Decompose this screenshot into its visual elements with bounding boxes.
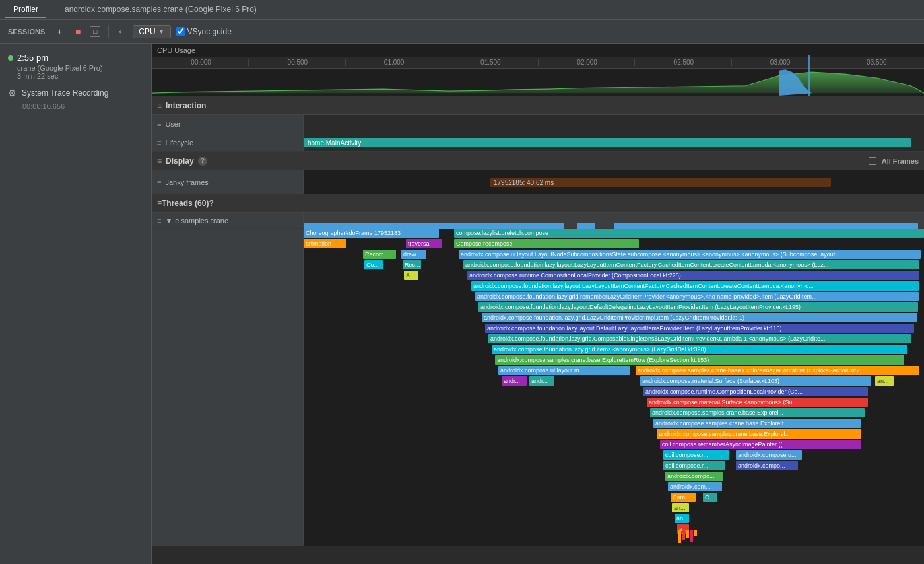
cpu-usage-label: CPU Usage [157, 46, 195, 54]
vsync-checkbox[interactable] [176, 27, 185, 36]
threads-info-icon[interactable]: ? [209, 199, 213, 208]
flame-compose-u[interactable]: androidx.compose.u... [736, 450, 802, 460]
tick-0: 00.000 [152, 59, 248, 66]
display-menu-icon[interactable]: ≡ [157, 157, 162, 166]
lifecycle-bar[interactable]: home.MainActivity [304, 138, 911, 147]
flame-tiny-bar2 [682, 530, 685, 540]
user-track-row: ≡ User [152, 115, 924, 133]
cpu-label: CPU [139, 27, 155, 36]
janky-menu-icon[interactable]: ≡ [157, 178, 161, 186]
lifecycle-menu-icon[interactable]: ≡ [157, 139, 161, 147]
flame-exploreitemrow[interactable]: androidx.compose.samples.crane.base.Expl… [495, 355, 904, 365]
trace-recording-item[interactable]: ⚙ System Trace Recording [0, 84, 151, 102]
sections-area[interactable]: ≡ Interaction ≡ User ≡ Lifecycle [152, 96, 924, 564]
flame-compositionlocal[interactable]: androidx.compose.runtime.CompositionLoca… [467, 271, 919, 280]
flame-an1[interactable]: an... [672, 503, 689, 512]
display-info-icon[interactable]: ? [198, 157, 207, 166]
flame-composablesingletons[interactable]: androidx.compose.foundation.lazy.grid.Co… [488, 334, 911, 343]
thread-menu-icon[interactable]: ≡ [157, 217, 161, 225]
flame-a[interactable]: A... [404, 271, 418, 280]
flame-draw[interactable]: draw [401, 250, 426, 259]
trace-label: System Trace Recording [22, 88, 108, 98]
flame-compositionlocal2[interactable]: androidx.compose.runtime.CompositionLoca… [644, 387, 868, 396]
expand-thread-icon[interactable]: ▼ [165, 217, 172, 225]
tab-profiler[interactable]: Profiler [5, 2, 46, 18]
flame-lazylayout-factory[interactable]: androidx.compose.foundation.lazy.layout.… [463, 260, 919, 269]
flame-recom[interactable]: Recom... [363, 250, 396, 259]
flame-compose-com[interactable]: androidx.com... [668, 482, 722, 491]
janky-bar[interactable]: 17952185: 40.62 ms [490, 178, 831, 187]
session-device: crane (Google Pixel 6 Pro) [8, 64, 143, 72]
lifecycle-track-label: ≡ Lifecycle [152, 133, 304, 151]
flame-compose-compo2[interactable]: androidx.compo... [665, 472, 723, 481]
time-cursor [808, 55, 810, 96]
flame-uilayout-m[interactable]: androidx.compose.ui.layout.m... [498, 366, 630, 375]
flame-rec[interactable]: Rec... [403, 260, 421, 269]
thread-row: ≡ ▼ e.samples.crane [152, 213, 924, 229]
flame-c-small[interactable]: C... [703, 493, 717, 502]
lifecycle-track-content: home.MainActivity [304, 133, 924, 151]
tick-7: 03.500 [828, 59, 924, 66]
back-button[interactable]: ← [117, 26, 127, 38]
vsync-checkbox-label[interactable]: VSync guide [176, 27, 232, 36]
threads-section-header: ≡ Threads (60) ? [152, 194, 924, 213]
flame-compose-compo[interactable]: androidx.compo... [736, 461, 798, 470]
flame-chart[interactable]: Choreographer#doFrame 17952183 compose:l… [304, 229, 924, 546]
flame-lazylist[interactable]: compose:lazylist:prefetch:compose [454, 229, 924, 238]
sidebar: 2:55 pm crane (Google Pixel 6 Pro) 3 min… [0, 44, 152, 564]
record-button[interactable]: □ [90, 26, 100, 37]
title-bar: Profiler androidx.compose.samples.crane … [0, 0, 924, 20]
flame-lazygriditemprovider[interactable]: androidx.compose.foundation.lazy.grid.La… [482, 313, 917, 322]
flame-compose-recompose[interactable]: Compose:recompose [454, 239, 639, 248]
flame-an2[interactable]: an... [675, 514, 689, 523]
flame-andr1[interactable]: andr... [502, 376, 527, 386]
flame-coil-remember[interactable]: coil.compose.rememberAsyncImagePainter (… [660, 440, 861, 449]
session-duration: 3 min 22 sec [8, 72, 143, 80]
flame-exploreit[interactable]: androidx.compose.samples.crane.base.Expl… [653, 419, 861, 428]
add-session-button[interactable]: + [53, 25, 66, 38]
flame-tiny-bar4 [690, 530, 693, 542]
stop-button[interactable]: ■ [71, 25, 84, 38]
flame-rememberlazygrid[interactable]: androidx.compose.foundation.lazy.grid.re… [475, 292, 919, 301]
thread-name: e.samples.crane [175, 217, 228, 225]
flame-animation[interactable]: animation [304, 239, 346, 248]
lifecycle-bar-label: home.MainActivity [308, 139, 361, 147]
flame-traversal[interactable]: traversal [406, 239, 442, 248]
interaction-section-header: ≡ Interaction [152, 96, 924, 115]
janky-label: Janky frames [165, 178, 208, 186]
user-track-label: ≡ User [152, 115, 304, 133]
flame-surface-anon[interactable]: androidx.compose.material.Surface.<anony… [647, 398, 868, 407]
tab-app[interactable]: androidx.compose.samples.crane (Google P… [57, 2, 265, 18]
flame-explorel1[interactable]: androidx.compose.samples.crane.base.Expl… [650, 408, 865, 417]
thread-label-cell: ≡ ▼ e.samples.crane [152, 213, 304, 228]
flame-andr2[interactable]: andr... [529, 376, 554, 386]
flame-chart-row: Choreographer#doFrame 17952183 compose:l… [152, 229, 924, 546]
lifecycle-label: Lifecycle [165, 139, 193, 147]
trace-duration: 00:00:10.656 [15, 102, 151, 110]
flame-explorel2[interactable]: androidx.compose.samples.crane.base.Expl… [657, 429, 861, 439]
flame-defaultlazylayout[interactable]: androidx.compose.foundation.lazy.layout.… [485, 324, 914, 333]
threads-menu-icon[interactable]: ≡ [157, 199, 162, 208]
flame-co[interactable]: Co... [364, 260, 383, 269]
flame-com-small[interactable]: Com... [671, 493, 696, 502]
flame-exploreimage[interactable]: androidx.compose.samples.crane.base.Expl… [636, 366, 919, 375]
flame-coil-r2[interactable]: coil.compose.r... [663, 461, 725, 470]
flame-material-surface[interactable]: androidx.compose.material.Surface (Surfa… [640, 376, 871, 386]
flame-defaultdelegate[interactable]: androidx.compose.foundation.lazy.layout.… [478, 302, 918, 312]
interaction-menu-icon[interactable]: ≡ [157, 101, 162, 110]
display-label: Display [166, 157, 194, 166]
content-area: CPU Usage 00.000 00.500 01.000 01.500 02… [152, 44, 924, 564]
flame-choreographer[interactable]: Choreographer#doFrame 17952183 [304, 229, 439, 238]
flame-coil-r1[interactable]: coil.compose.r... [663, 450, 729, 460]
all-frames-checkbox[interactable] [869, 157, 876, 165]
janky-track-content: 17952185: 40.62 ms [304, 170, 924, 194]
session-time: 2:55 pm [8, 53, 143, 63]
tick-2: 01.000 [345, 59, 442, 66]
user-menu-icon[interactable]: ≡ [157, 120, 161, 128]
flame-layoutnode[interactable]: androidx.compose.ui.layout.LayoutNodeSub… [459, 250, 921, 259]
flame-an-small[interactable]: an... [875, 376, 894, 386]
all-frames-toggle[interactable]: All Frames [869, 157, 919, 165]
cpu-selector[interactable]: CPU ▼ [133, 25, 170, 38]
flame-lazygriditems[interactable]: androidx.compose.foundation.lazy.grid.it… [492, 345, 908, 354]
flame-cacheditem[interactable]: androidx.compose.foundation.lazy.layout.… [471, 281, 919, 291]
